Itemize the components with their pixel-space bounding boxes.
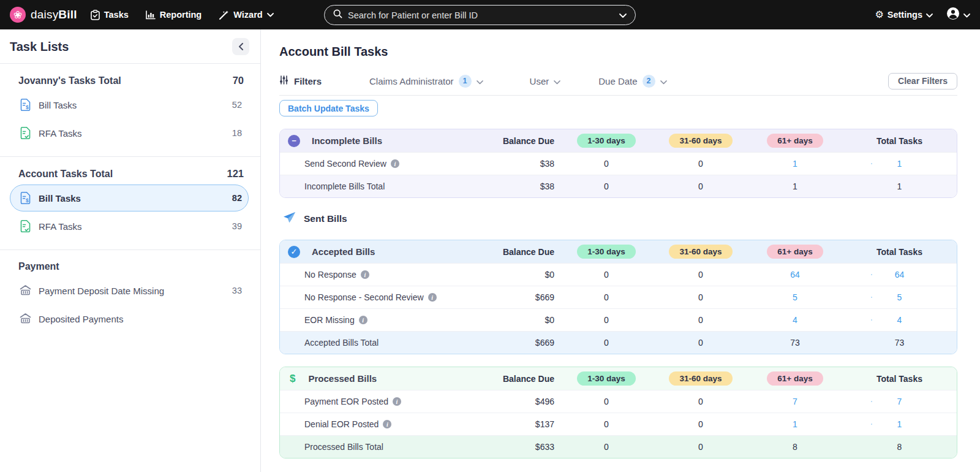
nav-reporting[interactable]: Reporting <box>146 10 202 20</box>
info-icon[interactable]: i <box>383 420 391 428</box>
table-title: Incomplete Bills <box>312 135 382 146</box>
total-label: Processed Bills Total <box>280 442 467 452</box>
total-tasks-link[interactable]: 5 <box>842 292 957 302</box>
days-1-30-value: 0 <box>559 159 654 169</box>
table-header-row: $ Processed Bills Balance Due 1-30 days … <box>280 367 957 390</box>
daisy-logo-icon: ❀ <box>10 7 26 23</box>
sidebar-item-label: RFA Tasks <box>39 128 82 139</box>
minus-circle-icon: − <box>288 135 300 147</box>
sidebar-item-label: Bill Tasks <box>39 193 81 204</box>
settings-menu[interactable]: ⚙ Settings <box>875 10 933 20</box>
info-icon[interactable]: i <box>393 397 401 406</box>
sidebar-item-payment-deposit-date-missing[interactable]: Payment Deposit Date Missing 33 <box>10 277 249 304</box>
chevron-down-icon <box>660 76 667 86</box>
info-icon[interactable]: i <box>359 316 368 324</box>
filters-toggle[interactable]: Filters <box>279 75 369 86</box>
filter-due-date[interactable]: Due Date 2 <box>598 75 666 88</box>
dollar-icon: $ <box>290 373 295 385</box>
brand-logo[interactable]: ❀ daisyBill <box>10 7 77 23</box>
sidebar-item-my-rfa-tasks[interactable]: RFA Tasks 18 <box>10 120 249 147</box>
sidebar-item-label: Deposited Payments <box>39 314 123 324</box>
days-61-plus-link[interactable]: 4 <box>748 315 842 325</box>
chevron-down-icon[interactable] <box>619 10 627 21</box>
column-header-balance-due: Balance Due <box>467 136 559 146</box>
days-31-60-value: 0 <box>654 315 748 325</box>
sidebar-item-deposited-payments[interactable]: Deposited Payments <box>10 305 249 332</box>
nav-tasks[interactable]: Tasks <box>91 10 129 20</box>
sidebar-collapse-button[interactable] <box>232 38 249 55</box>
days-1-30-value: 0 <box>559 292 654 302</box>
table-total-row: Incomplete Bills Total $38 0 0 1 1 <box>280 175 957 197</box>
sidebar-item-label: RFA Tasks <box>39 221 82 232</box>
clear-filters-button[interactable]: Clear Filters <box>888 73 957 89</box>
total-tasks-link[interactable]: 1 <box>842 419 957 429</box>
processed-bills-table: $ Processed Bills Balance Due 1-30 days … <box>279 367 957 459</box>
group-count: 121 <box>227 168 244 180</box>
sidebar-item-account-bill-tasks[interactable]: $ Bill Tasks 82 <box>10 185 249 211</box>
days-1-30-value: 0 <box>559 419 654 429</box>
days-61-plus-link[interactable]: 1 <box>748 159 842 169</box>
filter-claims-administrator[interactable]: Claims Administrator 1 <box>369 75 483 88</box>
column-header-balance-due: Balance Due <box>467 374 559 384</box>
days-61-plus-link[interactable]: 1 <box>748 419 842 429</box>
table-row: Send Second Reviewi $38 0 0 1 1 <box>280 152 957 175</box>
sidebar-item-label: Payment Deposit Date Missing <box>39 286 164 296</box>
user-menu[interactable] <box>946 7 970 23</box>
days-1-30-total: 0 <box>559 181 654 191</box>
sidebar-group-my-tasks: Jovanny's Tasks Total 70 $ Bill Tasks 52… <box>0 64 260 156</box>
sidebar-item-my-bill-tasks[interactable]: $ Bill Tasks 52 <box>10 91 249 118</box>
total-tasks-link[interactable]: 4 <box>842 315 957 325</box>
filters-bar: Filters Claims Administrator 1 User Due … <box>279 72 957 89</box>
batch-update-tasks-button[interactable]: Batch Update Tasks <box>279 100 378 116</box>
table-header-row: ✓ Accepted Bills Balance Due 1-30 days 3… <box>280 240 957 263</box>
column-header-total-tasks: Total Tasks <box>842 374 957 384</box>
paper-plane-icon <box>283 211 296 226</box>
filters-label: Filters <box>294 76 322 86</box>
page-title: Account Bill Tasks <box>279 45 957 59</box>
days-1-30-value: 0 <box>559 315 654 325</box>
table-row: EOR Missingi $0 0 0 4 4 <box>280 308 957 331</box>
check-circle-icon: ✓ <box>288 246 300 258</box>
days-1-30-value: 0 <box>559 270 654 280</box>
column-header-61-plus-days: 61+ days <box>767 245 823 259</box>
info-icon[interactable]: i <box>428 293 437 302</box>
days-31-60-total: 0 <box>654 338 748 348</box>
sidebar-item-count: 39 <box>232 221 242 231</box>
task-label: No Response - Second Review <box>304 292 424 302</box>
group-header: Payment <box>18 261 59 272</box>
filter-count-badge: 2 <box>643 75 655 88</box>
days-61-plus-link[interactable]: 7 <box>748 397 842 406</box>
column-header-31-60-days: 31-60 days <box>669 134 732 148</box>
task-lists-sidebar: Task Lists Jovanny's Tasks Total 70 $ Bi… <box>0 29 261 472</box>
task-label: EOR Missing <box>304 315 355 325</box>
filter-label: Due Date <box>598 76 637 86</box>
column-header-31-60-days: 31-60 days <box>669 245 732 259</box>
days-31-60-value: 0 <box>654 292 748 302</box>
days-61-plus-link[interactable]: 5 <box>748 292 842 302</box>
filter-user[interactable]: User <box>530 76 561 86</box>
info-icon[interactable]: i <box>391 159 399 168</box>
incomplete-bills-table: − Incomplete Bills Balance Due 1-30 days… <box>279 129 957 198</box>
search-input[interactable] <box>348 10 614 20</box>
task-label: Denial EOR Posted <box>304 419 379 429</box>
balance-due-value: $669 <box>467 292 559 302</box>
sidebar-item-account-rfa-tasks[interactable]: RFA Tasks 39 <box>10 213 249 240</box>
days-61-plus-link[interactable]: 64 <box>748 270 842 280</box>
nav-wizard-label: Wizard <box>233 10 262 20</box>
nav-tasks-label: Tasks <box>104 10 129 20</box>
sidebar-group-payment: Payment Payment Deposit Date Missing 33 … <box>0 250 260 342</box>
filter-label: Claims Administrator <box>369 76 454 86</box>
days-31-60-value: 0 <box>654 419 748 429</box>
column-header-total-tasks: Total Tasks <box>842 136 957 146</box>
days-31-60-value: 0 <box>654 159 748 169</box>
global-search[interactable] <box>324 5 636 25</box>
svg-text:$: $ <box>26 197 29 204</box>
sidebar-item-count: 52 <box>232 100 242 110</box>
accepted-bills-table: ✓ Accepted Bills Balance Due 1-30 days 3… <box>279 240 957 354</box>
nav-wizard[interactable]: Wizard <box>219 10 273 20</box>
total-tasks-link[interactable]: 64 <box>842 270 957 280</box>
total-tasks-link[interactable]: 7 <box>842 397 957 406</box>
total-tasks-link[interactable]: 1 <box>842 159 957 169</box>
column-header-1-30-days: 1-30 days <box>577 371 636 386</box>
info-icon[interactable]: i <box>361 270 369 279</box>
